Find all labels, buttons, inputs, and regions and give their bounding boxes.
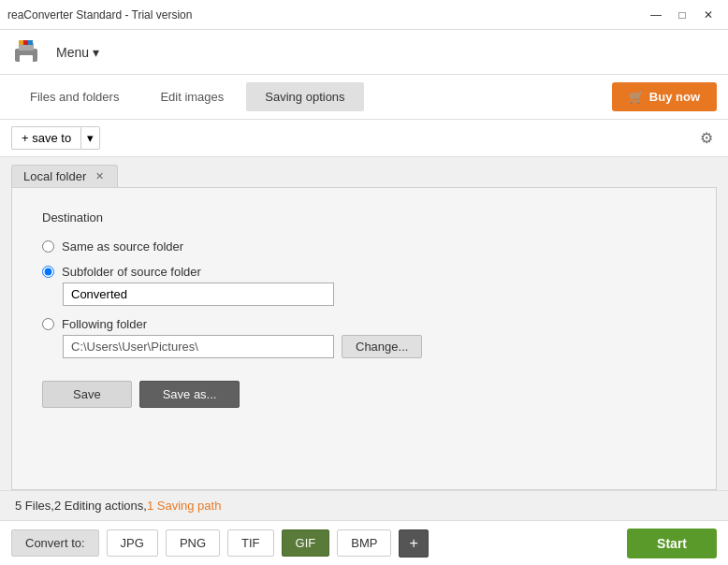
subfolder-label[interactable]: Subfolder of source folder: [62, 265, 201, 279]
add-format-button[interactable]: +: [399, 529, 428, 558]
dropdown-arrow-icon: ▾: [87, 131, 94, 145]
following-folder-section: Following folder Change...: [42, 317, 686, 358]
status-bar: 5 Files, 2 Editing actions, 1 Saving pat…: [0, 490, 728, 520]
tab-saving-options[interactable]: Saving options: [246, 82, 363, 111]
same-as-source-row: Same as source folder: [42, 239, 686, 254]
bottom-bar: Convert to: JPG PNG TIF GIF BMP + Start: [0, 520, 728, 565]
svg-rect-5: [28, 40, 33, 45]
status-actions: 2 Editing actions,: [54, 499, 147, 513]
local-folder-tab-bar: Local folder ✕: [0, 157, 728, 187]
buy-now-button[interactable]: 🛒 Buy now: [612, 82, 717, 111]
format-png-button[interactable]: PNG: [166, 529, 220, 557]
same-as-source-radio[interactable]: [42, 240, 54, 253]
minimize-button[interactable]: —: [644, 6, 668, 24]
save-button[interactable]: Save: [42, 381, 132, 408]
following-folder-row: Following folder: [42, 317, 686, 331]
settings-button[interactable]: ⚙: [696, 125, 717, 151]
tab-files-and-folders[interactable]: Files and folders: [11, 82, 138, 111]
subfolder-row: Subfolder of source folder: [42, 265, 686, 279]
menu-button[interactable]: Menu ▾: [49, 41, 107, 64]
menu-label: Menu: [56, 45, 89, 60]
close-button[interactable]: ✕: [696, 6, 721, 24]
convert-to-label: Convert to:: [11, 529, 99, 557]
main-content: Local folder ✕ Destination Same as sourc…: [0, 157, 728, 490]
subfolder-input[interactable]: [63, 282, 334, 306]
destination-radio-group: Same as source folder Subfolder of sourc…: [42, 239, 686, 358]
save-buttons-row: Save Save as...: [42, 381, 686, 408]
subfolder-input-row: [63, 282, 686, 306]
start-button[interactable]: Start: [627, 529, 717, 558]
following-folder-input-row: Change...: [63, 335, 686, 358]
save-to-label: + save to: [22, 131, 71, 145]
cart-icon: 🛒: [629, 90, 644, 104]
buy-now-label: Buy now: [649, 90, 700, 104]
following-folder-label[interactable]: Following folder: [62, 317, 147, 331]
save-to-group: + save to ▾: [11, 126, 100, 150]
save-to-dropdown-button[interactable]: ▾: [80, 126, 100, 150]
gear-icon: ⚙: [700, 130, 713, 146]
maximize-button[interactable]: □: [670, 6, 694, 24]
following-folder-input[interactable]: [63, 335, 334, 358]
status-saving-path: 1 Saving path: [147, 499, 222, 513]
app-icon: [11, 37, 41, 67]
format-bmp-button[interactable]: BMP: [337, 529, 391, 557]
destination-label: Destination: [42, 210, 686, 225]
svg-rect-4: [23, 40, 28, 45]
format-gif-button[interactable]: GIF: [282, 529, 330, 557]
following-folder-radio[interactable]: [42, 318, 54, 330]
tab-edit-images[interactable]: Edit images: [141, 82, 242, 111]
menu-arrow: ▾: [93, 45, 99, 60]
subfolder-section: Subfolder of source folder: [42, 265, 686, 306]
save-as-button[interactable]: Save as...: [139, 381, 240, 408]
svg-rect-3: [19, 40, 23, 45]
format-jpg-button[interactable]: JPG: [107, 529, 158, 557]
format-tif-button[interactable]: TIF: [227, 529, 274, 557]
settings-panel: Destination Same as source folder Subfol…: [11, 187, 717, 490]
change-button[interactable]: Change...: [342, 335, 422, 358]
title-bar-controls: — □ ✕: [644, 6, 721, 24]
toolbar: + save to ▾ ⚙: [0, 120, 728, 157]
title-bar: reaConverter Standard - Trial version — …: [0, 0, 728, 30]
local-folder-label: Local folder: [23, 169, 86, 183]
status-files: 5 Files,: [15, 499, 54, 513]
same-as-source-label[interactable]: Same as source folder: [62, 239, 183, 254]
subfolder-radio[interactable]: [42, 266, 54, 278]
menu-bar: Menu ▾: [0, 30, 728, 75]
save-to-button[interactable]: + save to: [11, 126, 80, 150]
tabs-bar: Files and folders Edit images Saving opt…: [0, 75, 728, 120]
title-bar-title: reaConverter Standard - Trial version: [7, 8, 192, 22]
svg-rect-2: [20, 55, 33, 63]
local-folder-tab: Local folder ✕: [11, 165, 118, 187]
local-folder-close-button[interactable]: ✕: [94, 171, 106, 181]
